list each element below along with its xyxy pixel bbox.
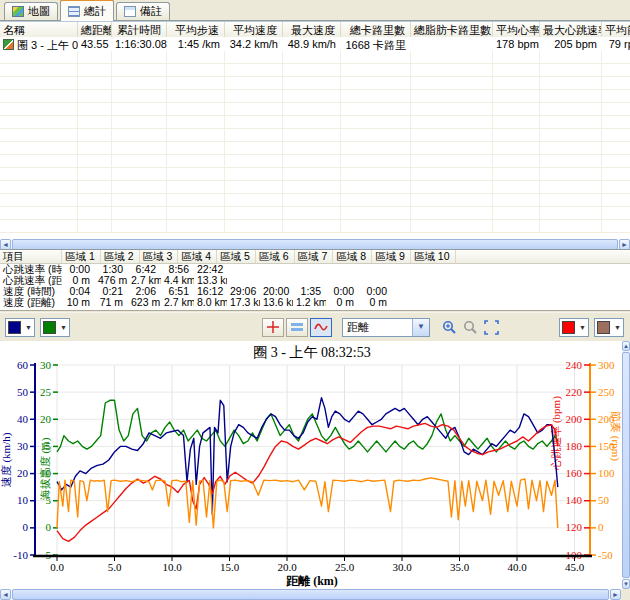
summary-header-cell[interactable]: 平均節奏 [602,22,630,37]
scroll-up-arrow[interactable]: ▲ [622,341,630,351]
summary-empty-cell [167,220,225,233]
zone-header-cell[interactable]: 區域 7 [295,250,334,263]
elevation-color-picker[interactable]: ▼ [40,318,70,337]
summary-empty-cell [283,168,341,181]
zone-header-cell[interactable]: 區域 5 [217,250,256,263]
summary-empty-cell [540,64,602,77]
cadence-color-picker[interactable]: ▼ [594,318,624,337]
chart-horizontal-scrollbar[interactable]: ◄ ► [0,589,621,600]
chart-toolbar: ▼ ▼ 距離 ▼ [0,312,630,341]
cadence-axis-title: 節奏 (rpm) [609,411,622,461]
summary-header-cell[interactable]: 最大心跳速率 [540,22,602,37]
zones-row[interactable]: 速度 (距離)10 m71 m623 m2.7 km8.0 km17.3 km1… [0,297,630,308]
chevron-down-icon: ▼ [579,324,586,331]
summary-header-cell[interactable]: 最大速度 [283,22,341,37]
summary-empty-cell [341,51,411,64]
zone-header-cell[interactable]: 區域 9 [372,250,411,263]
zones-row[interactable]: 心跳速率 (距離)0 m476 m2.7 km4.4 km13.3 km [0,275,630,286]
tab-totals[interactable]: 總計 [60,0,114,21]
summary-header-cell[interactable]: 累計時間 [112,22,167,37]
chart-vertical-scrollbar[interactable]: ▲ ▼ [622,341,630,589]
tab-notes[interactable]: 備註 [116,2,170,20]
zones-item-header[interactable]: 項目 [0,250,62,263]
zone-header-cell[interactable]: 區域 8 [333,250,372,263]
summary-empty-cell [78,168,112,181]
summary-header-cell[interactable]: 總距離 [78,22,112,37]
zone-cell: 1:30 [95,264,128,275]
zones-row[interactable]: 心跳速率 (時間)0:001:306:428:5622:42 [0,264,630,275]
summary-header-cell[interactable]: 平均速度 [225,22,283,37]
x-tick-label: 45.0 [565,561,585,573]
zoom-in-button[interactable] [440,318,458,336]
summary-empty-cell [411,129,493,142]
summary-empty-cell [283,220,341,233]
summary-empty-row [0,116,630,129]
summary-empty-cell [283,207,341,220]
zone-cell [359,264,392,275]
zoom-out-button[interactable] [461,318,479,336]
summary-empty-cell [225,220,283,233]
heart-rate-tick-label: 200 [566,413,583,425]
summary-empty-cell [0,194,78,207]
zone-header-cell[interactable]: 區域 4 [178,250,217,263]
summary-row[interactable]: 圈 3 - 上午 08:32:5343.55 ...1:16:30.081:45… [0,37,630,51]
speed-color-picker[interactable]: ▼ [5,318,35,337]
summary-header-cell[interactable]: 總卡路里數 [341,22,411,37]
speed-tick-label: 50 [17,386,29,398]
elevation-tick-label: 0 [46,521,52,533]
summary-empty-cell [78,220,112,233]
summary-empty-cell [225,207,283,220]
summary-header-cell[interactable]: 名稱 [0,22,78,37]
summary-header-cell[interactable]: 總脂肪卡路里數 [411,22,493,37]
summary-empty-cell [602,64,630,77]
chevron-down-icon: ▼ [60,324,67,331]
summary-empty-cell [493,103,540,116]
summary-empty-cell [112,194,167,207]
summary-empty-cell [540,51,602,64]
summary-empty-cell [225,116,283,129]
tab-map[interactable]: 地圖 [4,2,58,20]
crosshair-button[interactable] [262,318,284,337]
zoom-fit-button[interactable] [482,318,500,336]
summary-empty-cell [78,194,112,207]
zones-row[interactable]: 速度 (時間)0:040:212:066:5116:1229:0620:001:… [0,286,630,297]
zone-cell: 476 m [95,275,128,286]
summary-empty-row [0,220,630,233]
summary-empty-cell [493,90,540,103]
summary-header-cell[interactable]: 平均心率 [493,22,540,37]
summary-empty-row [0,168,630,181]
scrollbar-thumb[interactable] [622,352,630,578]
summary-empty-cell [540,220,602,233]
heart-rate-color-picker[interactable]: ▼ [559,318,589,337]
lap-chart[interactable]: 海拔高度 (m)心跳速率 (bpm)6030240300502522025040… [0,341,622,589]
zone-cell [260,275,293,286]
speed-tick-label: 20 [17,467,29,479]
scroll-down-arrow[interactable]: ▼ [622,579,630,589]
curve-button[interactable] [310,318,332,337]
scroll-left-arrow[interactable]: ◄ [0,589,11,600]
zone-cell: 0:00 [326,286,359,297]
zone-header-cell[interactable]: 區域 1 [62,250,101,263]
gridlines-button[interactable] [286,318,308,337]
summary-empty-cell [540,207,602,220]
zones-table: 項目區域 1區域 2區域 3區域 4區域 5區域 6區域 7區域 8區域 9區域… [0,249,630,311]
summary-empty-cell [0,168,78,181]
scroll-right-arrow[interactable]: ► [610,589,621,600]
summary-header-cell[interactable]: 平均步速 [167,22,225,37]
zone-header-cell[interactable]: 區域 2 [101,250,140,263]
summary-empty-cell [167,194,225,207]
x-axis-select[interactable]: 距離 ▼ [342,318,430,337]
summary-empty-cell [283,194,341,207]
heart-rate-tick-label: 160 [566,467,583,479]
summary-empty-cell [602,116,630,129]
gridlines-icon [290,320,304,334]
summary-empty-cell [540,77,602,90]
scrollbar-thumb[interactable] [12,589,609,600]
zone-header-cell[interactable]: 區域 6 [256,250,295,263]
zone-header-cell[interactable]: 區域 3 [140,250,179,263]
x-tick-label: 30.0 [392,561,412,573]
elevation-tick-label: 15 [40,440,52,452]
zone-header-cell[interactable]: 區域 10 [411,250,456,263]
summary-empty-cell [225,181,283,194]
notes-icon [124,6,136,17]
